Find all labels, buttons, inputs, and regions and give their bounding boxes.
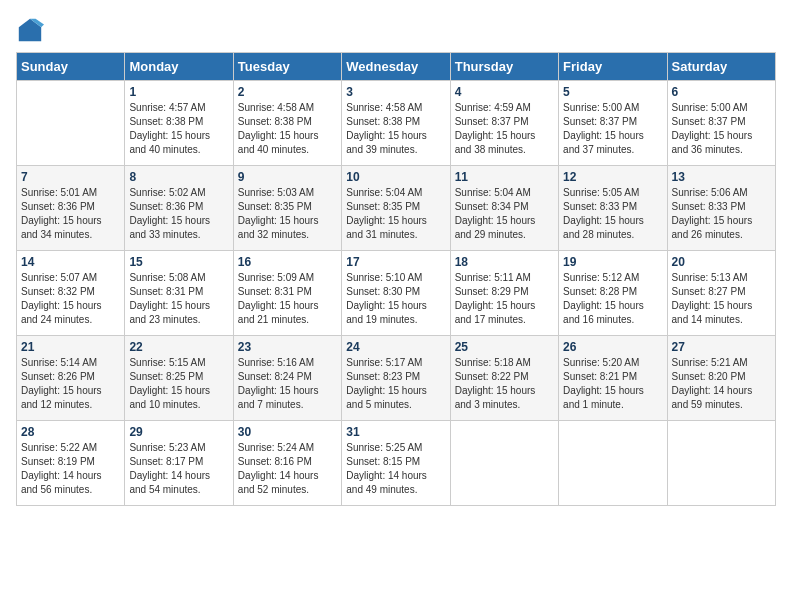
day-number: 2 — [238, 85, 337, 99]
day-info: Sunrise: 5:18 AM Sunset: 8:22 PM Dayligh… — [455, 356, 554, 412]
day-info: Sunrise: 5:00 AM Sunset: 8:37 PM Dayligh… — [672, 101, 771, 157]
col-header-monday: Monday — [125, 53, 233, 81]
logo-icon — [16, 16, 44, 44]
day-number: 30 — [238, 425, 337, 439]
calendar-cell: 3Sunrise: 4:58 AM Sunset: 8:38 PM Daylig… — [342, 81, 450, 166]
day-number: 14 — [21, 255, 120, 269]
day-number: 13 — [672, 170, 771, 184]
calendar-cell: 13Sunrise: 5:06 AM Sunset: 8:33 PM Dayli… — [667, 166, 775, 251]
calendar-cell: 27Sunrise: 5:21 AM Sunset: 8:20 PM Dayli… — [667, 336, 775, 421]
calendar-cell: 25Sunrise: 5:18 AM Sunset: 8:22 PM Dayli… — [450, 336, 558, 421]
calendar-cell: 2Sunrise: 4:58 AM Sunset: 8:38 PM Daylig… — [233, 81, 341, 166]
col-header-thursday: Thursday — [450, 53, 558, 81]
calendar-cell: 23Sunrise: 5:16 AM Sunset: 8:24 PM Dayli… — [233, 336, 341, 421]
calendar-cell — [559, 421, 667, 506]
day-number: 22 — [129, 340, 228, 354]
col-header-saturday: Saturday — [667, 53, 775, 81]
day-info: Sunrise: 5:05 AM Sunset: 8:33 PM Dayligh… — [563, 186, 662, 242]
day-info: Sunrise: 5:04 AM Sunset: 8:34 PM Dayligh… — [455, 186, 554, 242]
day-number: 19 — [563, 255, 662, 269]
day-number: 21 — [21, 340, 120, 354]
week-row-5: 28Sunrise: 5:22 AM Sunset: 8:19 PM Dayli… — [17, 421, 776, 506]
day-number: 10 — [346, 170, 445, 184]
calendar-cell: 24Sunrise: 5:17 AM Sunset: 8:23 PM Dayli… — [342, 336, 450, 421]
day-info: Sunrise: 5:13 AM Sunset: 8:27 PM Dayligh… — [672, 271, 771, 327]
logo — [16, 16, 48, 44]
day-number: 25 — [455, 340, 554, 354]
calendar-cell: 28Sunrise: 5:22 AM Sunset: 8:19 PM Dayli… — [17, 421, 125, 506]
col-header-wednesday: Wednesday — [342, 53, 450, 81]
day-info: Sunrise: 5:00 AM Sunset: 8:37 PM Dayligh… — [563, 101, 662, 157]
calendar-cell: 8Sunrise: 5:02 AM Sunset: 8:36 PM Daylig… — [125, 166, 233, 251]
calendar-cell: 31Sunrise: 5:25 AM Sunset: 8:15 PM Dayli… — [342, 421, 450, 506]
day-number: 23 — [238, 340, 337, 354]
calendar-cell — [667, 421, 775, 506]
day-info: Sunrise: 4:59 AM Sunset: 8:37 PM Dayligh… — [455, 101, 554, 157]
day-info: Sunrise: 4:58 AM Sunset: 8:38 PM Dayligh… — [238, 101, 337, 157]
day-number: 1 — [129, 85, 228, 99]
day-info: Sunrise: 5:01 AM Sunset: 8:36 PM Dayligh… — [21, 186, 120, 242]
calendar-cell: 22Sunrise: 5:15 AM Sunset: 8:25 PM Dayli… — [125, 336, 233, 421]
day-info: Sunrise: 4:57 AM Sunset: 8:38 PM Dayligh… — [129, 101, 228, 157]
day-number: 24 — [346, 340, 445, 354]
day-number: 28 — [21, 425, 120, 439]
calendar-cell: 9Sunrise: 5:03 AM Sunset: 8:35 PM Daylig… — [233, 166, 341, 251]
col-header-sunday: Sunday — [17, 53, 125, 81]
day-info: Sunrise: 4:58 AM Sunset: 8:38 PM Dayligh… — [346, 101, 445, 157]
day-number: 6 — [672, 85, 771, 99]
day-number: 9 — [238, 170, 337, 184]
day-info: Sunrise: 5:04 AM Sunset: 8:35 PM Dayligh… — [346, 186, 445, 242]
calendar-cell: 11Sunrise: 5:04 AM Sunset: 8:34 PM Dayli… — [450, 166, 558, 251]
day-info: Sunrise: 5:03 AM Sunset: 8:35 PM Dayligh… — [238, 186, 337, 242]
day-info: Sunrise: 5:20 AM Sunset: 8:21 PM Dayligh… — [563, 356, 662, 412]
day-number: 31 — [346, 425, 445, 439]
col-header-tuesday: Tuesday — [233, 53, 341, 81]
week-row-2: 7Sunrise: 5:01 AM Sunset: 8:36 PM Daylig… — [17, 166, 776, 251]
col-header-friday: Friday — [559, 53, 667, 81]
day-number: 27 — [672, 340, 771, 354]
day-info: Sunrise: 5:02 AM Sunset: 8:36 PM Dayligh… — [129, 186, 228, 242]
calendar-cell: 14Sunrise: 5:07 AM Sunset: 8:32 PM Dayli… — [17, 251, 125, 336]
day-number: 8 — [129, 170, 228, 184]
day-number: 18 — [455, 255, 554, 269]
calendar-cell: 15Sunrise: 5:08 AM Sunset: 8:31 PM Dayli… — [125, 251, 233, 336]
day-number: 4 — [455, 85, 554, 99]
week-row-3: 14Sunrise: 5:07 AM Sunset: 8:32 PM Dayli… — [17, 251, 776, 336]
calendar-cell: 4Sunrise: 4:59 AM Sunset: 8:37 PM Daylig… — [450, 81, 558, 166]
calendar-cell: 10Sunrise: 5:04 AM Sunset: 8:35 PM Dayli… — [342, 166, 450, 251]
calendar-table: SundayMondayTuesdayWednesdayThursdayFrid… — [16, 52, 776, 506]
day-info: Sunrise: 5:07 AM Sunset: 8:32 PM Dayligh… — [21, 271, 120, 327]
day-info: Sunrise: 5:10 AM Sunset: 8:30 PM Dayligh… — [346, 271, 445, 327]
week-row-1: 1Sunrise: 4:57 AM Sunset: 8:38 PM Daylig… — [17, 81, 776, 166]
day-number: 20 — [672, 255, 771, 269]
day-info: Sunrise: 5:14 AM Sunset: 8:26 PM Dayligh… — [21, 356, 120, 412]
day-number: 3 — [346, 85, 445, 99]
day-info: Sunrise: 5:17 AM Sunset: 8:23 PM Dayligh… — [346, 356, 445, 412]
day-info: Sunrise: 5:22 AM Sunset: 8:19 PM Dayligh… — [21, 441, 120, 497]
day-number: 17 — [346, 255, 445, 269]
calendar-cell — [450, 421, 558, 506]
calendar-cell: 1Sunrise: 4:57 AM Sunset: 8:38 PM Daylig… — [125, 81, 233, 166]
day-info: Sunrise: 5:11 AM Sunset: 8:29 PM Dayligh… — [455, 271, 554, 327]
calendar-cell: 12Sunrise: 5:05 AM Sunset: 8:33 PM Dayli… — [559, 166, 667, 251]
calendar-cell: 5Sunrise: 5:00 AM Sunset: 8:37 PM Daylig… — [559, 81, 667, 166]
day-info: Sunrise: 5:21 AM Sunset: 8:20 PM Dayligh… — [672, 356, 771, 412]
calendar-cell: 18Sunrise: 5:11 AM Sunset: 8:29 PM Dayli… — [450, 251, 558, 336]
day-info: Sunrise: 5:12 AM Sunset: 8:28 PM Dayligh… — [563, 271, 662, 327]
day-info: Sunrise: 5:16 AM Sunset: 8:24 PM Dayligh… — [238, 356, 337, 412]
calendar-cell: 6Sunrise: 5:00 AM Sunset: 8:37 PM Daylig… — [667, 81, 775, 166]
calendar-cell: 26Sunrise: 5:20 AM Sunset: 8:21 PM Dayli… — [559, 336, 667, 421]
day-info: Sunrise: 5:15 AM Sunset: 8:25 PM Dayligh… — [129, 356, 228, 412]
day-info: Sunrise: 5:06 AM Sunset: 8:33 PM Dayligh… — [672, 186, 771, 242]
day-number: 26 — [563, 340, 662, 354]
calendar-cell: 20Sunrise: 5:13 AM Sunset: 8:27 PM Dayli… — [667, 251, 775, 336]
day-number: 12 — [563, 170, 662, 184]
day-number: 11 — [455, 170, 554, 184]
calendar-cell: 16Sunrise: 5:09 AM Sunset: 8:31 PM Dayli… — [233, 251, 341, 336]
day-info: Sunrise: 5:25 AM Sunset: 8:15 PM Dayligh… — [346, 441, 445, 497]
day-number: 15 — [129, 255, 228, 269]
calendar-cell: 30Sunrise: 5:24 AM Sunset: 8:16 PM Dayli… — [233, 421, 341, 506]
day-number: 7 — [21, 170, 120, 184]
day-number: 16 — [238, 255, 337, 269]
day-info: Sunrise: 5:24 AM Sunset: 8:16 PM Dayligh… — [238, 441, 337, 497]
